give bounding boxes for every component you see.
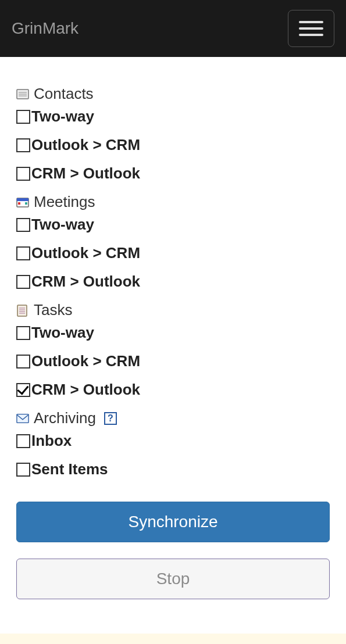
svg-rect-8: [17, 305, 27, 316]
meetings-icon: [16, 196, 29, 209]
tasks-section-header: Tasks: [16, 301, 330, 319]
contacts-icon: [16, 88, 29, 101]
archiving-sent-items-checkbox[interactable]: [16, 463, 30, 477]
menu-toggle-button[interactable]: [288, 10, 334, 47]
tasks-outlook-crm-checkbox[interactable]: [16, 355, 30, 368]
svg-rect-5: [17, 198, 28, 201]
contacts-option-outlook-crm: Outlook > CRM: [16, 136, 330, 154]
svg-rect-6: [18, 202, 20, 205]
tasks-option-outlook-crm: Outlook > CRM: [16, 352, 330, 370]
tasks-crm-outlook-checkbox[interactable]: [16, 383, 30, 397]
tasks-option-crm-outlook: CRM > Outlook: [16, 381, 330, 399]
contacts-outlook-crm-label[interactable]: Outlook > CRM: [31, 136, 140, 154]
navbar: GrinMark: [0, 0, 346, 57]
meetings-option-outlook-crm: Outlook > CRM: [16, 244, 330, 262]
archiving-option-sent-items: Sent Items: [16, 460, 330, 478]
tasks-crm-outlook-label[interactable]: CRM > Outlook: [31, 381, 140, 399]
meetings-outlook-crm-checkbox[interactable]: [16, 246, 30, 260]
main-content: Contacts Two-way Outlook > CRM CRM > Out…: [0, 57, 346, 599]
meetings-two-way-label[interactable]: Two-way: [31, 216, 94, 234]
contacts-two-way-label[interactable]: Two-way: [31, 108, 94, 126]
archiving-icon: [16, 412, 29, 425]
tasks-label: Tasks: [34, 301, 72, 319]
tasks-two-way-label[interactable]: Two-way: [31, 324, 94, 342]
contacts-option-two-way: Two-way: [16, 108, 330, 126]
contacts-crm-outlook-label[interactable]: CRM > Outlook: [31, 164, 140, 183]
tasks-outlook-crm-label[interactable]: Outlook > CRM: [31, 352, 140, 370]
meetings-option-two-way: Two-way: [16, 216, 330, 234]
tasks-icon: [16, 304, 29, 317]
meetings-option-crm-outlook: CRM > Outlook: [16, 273, 330, 291]
meetings-crm-outlook-label[interactable]: CRM > Outlook: [31, 273, 140, 291]
archiving-label: Archiving: [34, 409, 96, 427]
tasks-option-two-way: Two-way: [16, 324, 330, 342]
archiving-option-inbox: Inbox: [16, 432, 330, 450]
footer-band: [0, 634, 346, 644]
archiving-inbox-checkbox[interactable]: [16, 434, 30, 448]
archiving-sent-items-label[interactable]: Sent Items: [31, 460, 108, 478]
stop-button[interactable]: Stop: [16, 559, 330, 599]
contacts-option-crm-outlook: CRM > Outlook: [16, 164, 330, 183]
contacts-two-way-checkbox[interactable]: [16, 110, 30, 124]
brand-title: GrinMark: [12, 19, 79, 38]
tasks-two-way-checkbox[interactable]: [16, 326, 30, 340]
contacts-section-header: Contacts: [16, 85, 330, 103]
archiving-inbox-label[interactable]: Inbox: [31, 432, 72, 450]
svg-rect-13: [17, 414, 28, 423]
meetings-crm-outlook-checkbox[interactable]: [16, 275, 30, 289]
svg-rect-7: [25, 202, 27, 205]
meetings-section-header: Meetings: [16, 193, 330, 211]
meetings-label: Meetings: [34, 193, 95, 211]
meetings-outlook-crm-label[interactable]: Outlook > CRM: [31, 244, 140, 262]
contacts-label: Contacts: [34, 85, 94, 103]
synchronize-button[interactable]: Synchronize: [16, 502, 330, 542]
help-icon[interactable]: ?: [104, 412, 117, 425]
contacts-outlook-crm-checkbox[interactable]: [16, 138, 30, 152]
contacts-crm-outlook-checkbox[interactable]: [16, 167, 30, 181]
meetings-two-way-checkbox[interactable]: [16, 218, 30, 232]
archiving-section-header: Archiving ?: [16, 409, 330, 427]
